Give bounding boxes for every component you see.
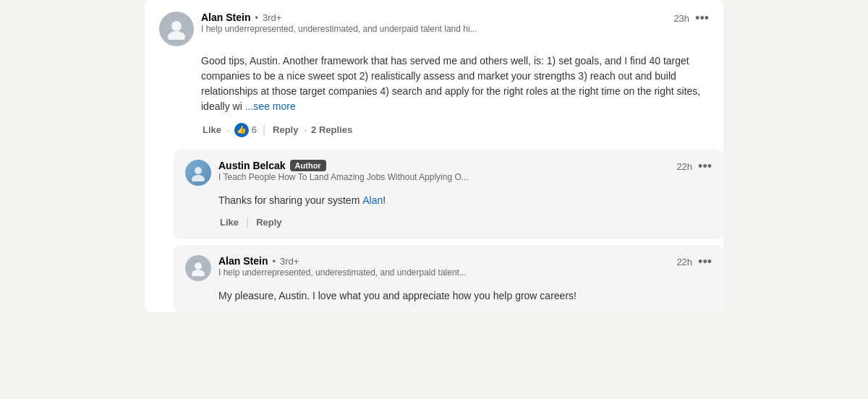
- svg-point-2: [195, 167, 202, 174]
- reply-timestamp: 22h: [676, 161, 692, 172]
- like-count: 6: [252, 124, 257, 135]
- reply-button[interactable]: Reply: [271, 121, 299, 138]
- alan-reply-body: My pleasure, Austin. I love what you and…: [185, 288, 712, 304]
- svg-point-1: [168, 31, 185, 40]
- user-headline: I help underrepresented, underestimated,…: [201, 24, 477, 34]
- dot-separator: ·: [227, 124, 230, 135]
- author-badge: Author: [290, 160, 326, 171]
- alan-reply-name-row: Alan Stein • 3rd+: [218, 255, 467, 267]
- like-count-row: 👍 6: [234, 123, 257, 137]
- like-button[interactable]: Like: [201, 121, 223, 138]
- reply-actions: Like | Reply: [185, 214, 712, 231]
- comment-meta-right: 23h •••: [673, 12, 709, 25]
- alan-reply-timestamp: 22h: [676, 257, 692, 267]
- alan-reply-text: My pleasure, Austin. I love what you and…: [218, 290, 576, 301]
- alan-reply-meta-right: 22h •••: [676, 255, 712, 268]
- svg-point-5: [192, 270, 205, 276]
- alan-link[interactable]: Alan: [362, 194, 383, 206]
- avatar-austin: [185, 160, 211, 186]
- reply-headline: I Teach People How To Land Amazing Jobs …: [218, 172, 469, 182]
- reply-user-meta: Austin Belcak Author I Teach People How …: [218, 160, 469, 182]
- comment-body: Good tips, Austin. Another framework tha…: [159, 53, 709, 114]
- alan-reply-meta: Alan Stein • 3rd+ I help underrepresente…: [218, 255, 467, 278]
- svg-point-0: [171, 21, 182, 31]
- reply-like-button[interactable]: Like: [218, 214, 240, 231]
- connection-badge: •: [255, 12, 258, 23]
- reply-author-name: Austin Belcak: [218, 160, 286, 171]
- pipe-separator: |: [263, 124, 265, 137]
- replies-button[interactable]: 2 Replies: [311, 124, 352, 135]
- alan-reply-header: Alan Stein • 3rd+ I help underrepresente…: [185, 255, 712, 281]
- svg-point-4: [195, 262, 202, 270]
- pipe-sep: |: [246, 216, 249, 229]
- alan-reply-more-button[interactable]: •••: [698, 255, 712, 268]
- user-meta: Alan Stein • 3rd+ I help underrepresente…: [201, 12, 477, 34]
- alan-reply-name: Alan Stein: [218, 255, 268, 267]
- dot-separator-2: ·: [304, 124, 307, 135]
- main-comment: Alan Stein • 3rd+ I help underrepresente…: [145, 0, 723, 147]
- more-options-button[interactable]: •••: [695, 12, 709, 25]
- alan-reply-headline: I help underrepresented, underestimated,…: [218, 267, 467, 278]
- reply-indent: Austin Belcak Author I Teach People How …: [174, 150, 723, 312]
- reply-alan: Alan Stein • 3rd+ I help underrepresente…: [174, 245, 723, 312]
- reply-user-info: Austin Belcak Author I Teach People How …: [185, 160, 469, 186]
- reply-text-prefix: Thanks for sharing your system: [218, 194, 362, 206]
- author-name: Alan Stein: [201, 12, 250, 23]
- reply-reply-button[interactable]: Reply: [255, 214, 283, 231]
- reply-more-button[interactable]: •••: [698, 160, 712, 173]
- user-info: Alan Stein • 3rd+ I help underrepresente…: [159, 12, 477, 46]
- reaction-icon: 👍: [234, 123, 249, 137]
- avatar: [159, 12, 194, 46]
- user-name-row: Alan Stein • 3rd+: [201, 12, 477, 23]
- reply-name-row: Austin Belcak Author: [218, 160, 469, 171]
- see-more-button[interactable]: ...see more: [245, 100, 296, 112]
- comment-actions: Like · 👍 6 | Reply · 2 Replies: [159, 121, 709, 138]
- connection-level: 3rd+: [263, 12, 281, 23]
- reply-header: Austin Belcak Author I Teach People How …: [185, 160, 712, 186]
- svg-point-3: [192, 175, 205, 181]
- alan-connection: 3rd+: [280, 256, 299, 267]
- timestamp: 23h: [673, 13, 689, 24]
- reply-text-suffix: !: [383, 194, 386, 206]
- alan-reply-user-info: Alan Stein • 3rd+ I help underrepresente…: [185, 255, 467, 281]
- comment-header: Alan Stein • 3rd+ I help underrepresente…: [159, 12, 709, 46]
- reply-meta-right: 22h •••: [676, 160, 712, 173]
- reply-body: Thanks for sharing your system Alan!: [185, 193, 712, 208]
- avatar-alan-small: [185, 255, 211, 281]
- alan-connection-sep: •: [272, 256, 276, 267]
- reply-austin: Austin Belcak Author I Teach People How …: [174, 150, 723, 239]
